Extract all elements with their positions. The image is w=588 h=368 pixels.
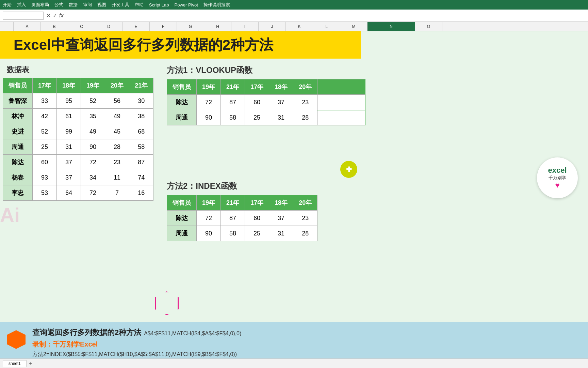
method1-empty-cell bbox=[317, 95, 365, 110]
data-table-section: 数据表 销售员 17年 18年 19年 20年 21年 鲁智深339552563… bbox=[0, 62, 163, 201]
col-header-F[interactable]: F bbox=[150, 22, 177, 31]
excel-logo: excel 千万别学 ♥ bbox=[537, 157, 578, 198]
name-box[interactable] bbox=[3, 12, 44, 20]
excel-logo-text: excel bbox=[548, 166, 567, 175]
left-table-cell: 周通 bbox=[3, 139, 33, 155]
excel-logo-heart: ♥ bbox=[555, 181, 559, 190]
bottom-formula-partial: A$4:$F$11,MATCH(I$4,$A$4:$F$4,0),0) bbox=[144, 331, 241, 337]
left-table-cell: 52 bbox=[33, 124, 57, 139]
left-th-salesperson: 销售员 bbox=[3, 78, 33, 93]
method1-header-row: 销售员 19年 21年 17年 18年 20年 bbox=[167, 79, 365, 95]
toolbar-item-pagelayout[interactable]: 页面布局 bbox=[31, 2, 49, 8]
left-table-row: 鲁智深3395525630 bbox=[3, 93, 153, 109]
formula-input[interactable] bbox=[66, 13, 585, 18]
method2-section: 方法2：INDEX函数 销售员 19年 21年 17年 18年 20年 陈达72… bbox=[167, 178, 317, 241]
excel-logo-sub: 千万别学 bbox=[549, 175, 566, 181]
left-table-row: 李忠536472716 bbox=[3, 185, 153, 201]
col-header-A[interactable]: A bbox=[14, 22, 41, 31]
method1-section: 方法1：VLOOKUP函数 销售员 19年 21年 17年 18年 20年 陈达… bbox=[167, 62, 365, 125]
left-table-cell: 90 bbox=[81, 139, 105, 155]
col-header-E[interactable]: E bbox=[122, 22, 150, 31]
left-table-cell: 陈达 bbox=[3, 155, 33, 170]
left-table-cell: 30 bbox=[129, 93, 153, 109]
toolbar-item-help[interactable]: 帮助 bbox=[135, 2, 144, 8]
left-table-cell: 45 bbox=[105, 124, 129, 139]
left-table-cell: 杨春 bbox=[3, 170, 33, 185]
col-header-K[interactable]: K bbox=[286, 22, 313, 31]
col-header-B[interactable]: B bbox=[41, 22, 68, 31]
col-header-N[interactable]: N bbox=[368, 22, 415, 31]
left-table-cell: 93 bbox=[33, 170, 57, 185]
left-table-cell: 31 bbox=[57, 139, 81, 155]
col-header-J[interactable]: J bbox=[259, 22, 286, 31]
toolbar-item-scriptlab[interactable]: Script Lab bbox=[149, 2, 169, 7]
left-table-cell: 87 bbox=[129, 155, 153, 170]
left-data-table: 销售员 17年 18年 19年 20年 21年 鲁智深3395525630林冲4… bbox=[3, 78, 153, 201]
method1-table-cell: 23 bbox=[293, 95, 317, 110]
left-table-cell: 53 bbox=[33, 185, 57, 201]
m1-th-21: 21年 bbox=[221, 79, 245, 95]
m2-th-salesperson: 销售员 bbox=[167, 195, 197, 211]
fx-icon[interactable]: fx bbox=[59, 13, 63, 19]
left-table-cell: 95 bbox=[57, 93, 81, 109]
toolbar-item-search[interactable]: 操作说明搜索 bbox=[203, 2, 230, 8]
ai-label: Ai bbox=[0, 205, 20, 225]
method1-table-cell: 周通 bbox=[167, 110, 197, 125]
left-table-row: 林冲4261354938 bbox=[3, 109, 153, 124]
bottom-text-area: 查询返回多行多列数据的2种方法 A$4:$F$11,MATCH(I$4,$A$4… bbox=[32, 327, 581, 358]
toolbar-item-data[interactable]: 数据 bbox=[69, 2, 78, 8]
confirm-icon[interactable]: ✓ bbox=[53, 12, 57, 19]
method1-table-cell: 28 bbox=[293, 110, 317, 125]
left-table-cell: 42 bbox=[33, 109, 57, 124]
m2-th-18: 18年 bbox=[269, 195, 293, 211]
col-header-H[interactable]: H bbox=[204, 22, 231, 31]
sheet-tab-sheet1[interactable]: sheet1 bbox=[3, 360, 27, 367]
method1-table-cell: 72 bbox=[197, 95, 221, 110]
toolbar-item-powerpivot[interactable]: Power Pivot bbox=[175, 2, 198, 7]
toolbar-item-home[interactable]: 开始 bbox=[3, 2, 12, 8]
left-table-cell: 16 bbox=[129, 185, 153, 201]
m2-th-19: 19年 bbox=[197, 195, 221, 211]
method2-table-cell: 28 bbox=[293, 226, 317, 241]
method1-table-row: 周通9058253128 bbox=[167, 110, 365, 125]
left-table-cell: 68 bbox=[129, 124, 153, 139]
m2-th-17: 17年 bbox=[245, 195, 269, 211]
left-table-cell: 李忠 bbox=[3, 185, 33, 201]
method2-table-cell: 23 bbox=[293, 211, 317, 226]
left-table-cell: 60 bbox=[33, 155, 57, 170]
col-header-I[interactable]: I bbox=[231, 22, 259, 31]
col-header-G[interactable]: G bbox=[177, 22, 204, 31]
toolbar-item-devtools[interactable]: 开发工具 bbox=[112, 2, 129, 8]
col-header-O[interactable]: O bbox=[415, 22, 442, 31]
m2-th-21: 21年 bbox=[221, 195, 245, 211]
bottom-record-label: 录制：千万别学Excel bbox=[32, 340, 581, 349]
bottom-main-title: 查询返回多行多列数据的2种方法 bbox=[32, 327, 141, 338]
left-table-cell: 52 bbox=[81, 93, 105, 109]
col-header-C[interactable]: C bbox=[68, 22, 95, 31]
col-header-D[interactable]: D bbox=[95, 22, 122, 31]
left-table-row: 杨春9337341174 bbox=[3, 170, 153, 185]
method2-table-cell: 72 bbox=[197, 211, 221, 226]
bottom-formula2: 方法2=INDEX($B$5:$F$11,MATCH($H10,$A$5:$A$… bbox=[32, 351, 581, 358]
cancel-icon[interactable]: ✕ bbox=[46, 12, 51, 19]
toolbar-item-review[interactable]: 审阅 bbox=[83, 2, 92, 8]
m1-th-17: 17年 bbox=[245, 79, 269, 95]
toolbar-item-insert[interactable]: 插入 bbox=[17, 2, 26, 8]
sheet-tab-add[interactable]: ＋ bbox=[28, 360, 33, 367]
col-header-M[interactable]: M bbox=[340, 22, 368, 31]
left-table-cell: 23 bbox=[105, 155, 129, 170]
toolbar-item-view[interactable]: 视图 bbox=[97, 2, 106, 8]
left-th-20: 20年 bbox=[105, 78, 129, 93]
method2-table-row: 陈达7287603723 bbox=[167, 211, 317, 226]
col-header-L[interactable]: L bbox=[313, 22, 340, 31]
m1-th-empty bbox=[317, 79, 365, 95]
toolbar-item-formula[interactable]: 公式 bbox=[54, 2, 63, 8]
method1-table-row: 陈达7287603723 bbox=[167, 95, 365, 110]
method2-table-cell: 58 bbox=[221, 226, 245, 241]
left-table-cell: 74 bbox=[129, 170, 153, 185]
left-table-row: 周通2531902858 bbox=[3, 139, 153, 155]
method1-table-cell: 90 bbox=[197, 110, 221, 125]
method2-table-cell: 90 bbox=[197, 226, 221, 241]
left-table-cell: 72 bbox=[81, 185, 105, 201]
method1-table-cell: 60 bbox=[245, 95, 269, 110]
